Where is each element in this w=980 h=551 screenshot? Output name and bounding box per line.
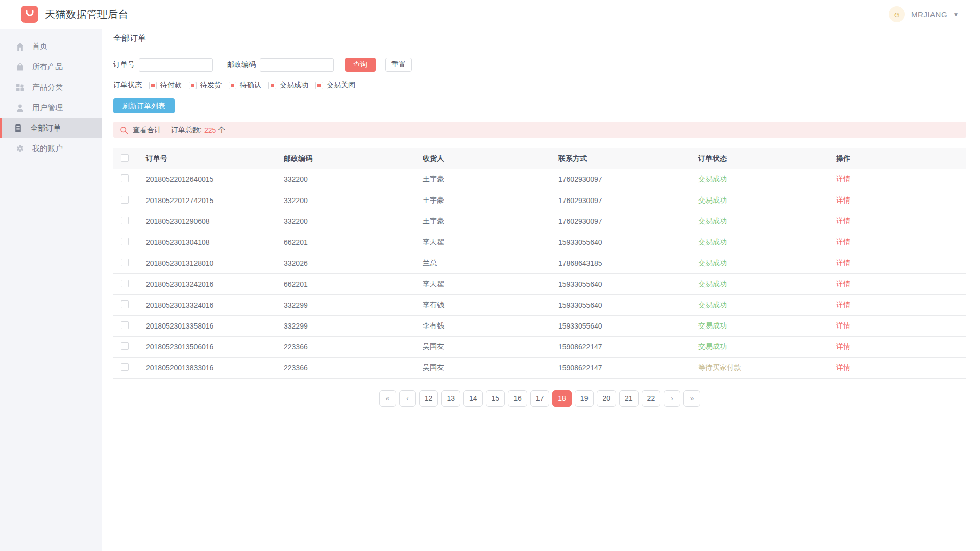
cell-receiver: 兰总 (423, 253, 558, 273)
search-button[interactable]: 查询 (345, 58, 376, 72)
pagination-page-button[interactable]: 12 (419, 390, 438, 407)
sidebar-item-all-products[interactable]: 所有产品 (0, 57, 102, 77)
detail-link[interactable]: 详情 (836, 259, 850, 267)
pagination-page-button[interactable]: 20 (597, 390, 616, 407)
detail-link[interactable]: 详情 (836, 280, 850, 288)
detail-link[interactable]: 详情 (836, 238, 850, 246)
status-filter-option[interactable]: 待确认 (229, 81, 261, 90)
cell-phone: 17868643185 (558, 253, 698, 273)
pagination-page-button[interactable]: 13 (441, 390, 460, 407)
cell-receiver: 李有钱 (423, 294, 558, 315)
select-all-checkbox[interactable] (121, 154, 129, 162)
order-status-badge: 交易成功 (698, 174, 727, 183)
row-checkbox[interactable] (121, 321, 129, 329)
order-summary-banner: 查看合计 订单总数: 225 个 (113, 122, 966, 138)
cell-postcode: 332026 (284, 253, 423, 273)
status-filter-option[interactable]: 待付款 (149, 81, 182, 90)
status-checkbox[interactable] (268, 82, 276, 89)
status-option-label: 交易成功 (280, 81, 308, 90)
row-checkbox[interactable] (121, 217, 129, 224)
detail-link[interactable]: 详情 (836, 174, 850, 183)
order-status-badge: 交易成功 (698, 300, 727, 309)
detail-link[interactable]: 详情 (836, 217, 850, 225)
pagination-nav-button[interactable]: › (664, 390, 680, 407)
row-checkbox[interactable] (121, 300, 129, 308)
order-status-badge: 交易成功 (698, 217, 727, 225)
row-checkbox[interactable] (121, 342, 129, 350)
sidebar-item-all-orders[interactable]: 全部订单 (0, 118, 102, 138)
cell-receiver: 吴国友 (423, 336, 558, 357)
cell-postcode: 332299 (284, 294, 423, 315)
cell-receiver: 王宇豪 (423, 190, 558, 211)
cell-order-no: 20180523013358016 (146, 315, 284, 336)
table-row: 20180523013358016 332299 李有钱 15933055640… (113, 315, 966, 336)
status-filter-option[interactable]: 待发货 (189, 81, 222, 90)
status-checkbox[interactable] (315, 82, 323, 89)
cell-order-no: 20180520013833016 (146, 357, 284, 378)
cell-order-no: 20180523013506016 (146, 336, 284, 357)
row-checkbox[interactable] (121, 238, 129, 245)
icon-gear (16, 144, 24, 153)
pagination-page-button[interactable]: 18 (552, 390, 572, 407)
order-count-unit: 个 (218, 126, 225, 135)
pagination-page-button[interactable]: 19 (575, 390, 594, 407)
order-count-value: 225 (204, 126, 216, 134)
user-menu[interactable]: ☺ MRJIANG ▼ (889, 6, 959, 22)
sidebar-item-product-categories[interactable]: 产品分类 (0, 77, 102, 97)
app-title: 天猫数据管理后台 (45, 8, 129, 21)
icon-orders (14, 124, 22, 133)
cell-phone: 15933055640 (558, 315, 698, 336)
detail-link[interactable]: 详情 (836, 300, 850, 309)
column-header: 联系方式 (558, 148, 698, 169)
pagination-page-button[interactable]: 14 (463, 390, 483, 407)
pagination-nav-button[interactable]: » (683, 390, 700, 407)
postcode-label: 邮政编码 (227, 60, 256, 69)
pagination-nav-button[interactable]: « (379, 390, 396, 407)
cell-phone: 15908622147 (558, 357, 698, 378)
view-total-label: 查看合计 (133, 126, 161, 135)
order-count-label: 订单总数: (171, 126, 202, 135)
order-status-badge: 等待买家付款 (698, 363, 741, 371)
pagination-page-button[interactable]: 17 (530, 390, 550, 407)
cell-receiver: 李天瞿 (423, 232, 558, 253)
cell-postcode: 332200 (284, 169, 423, 190)
table-row: 20180523013324016 332299 李有钱 15933055640… (113, 294, 966, 315)
refresh-orders-button[interactable]: 刷新订单列表 (113, 98, 175, 113)
row-checkbox[interactable] (121, 280, 129, 287)
table-body: 20180522012640015 332200 王宇豪 17602930097… (113, 169, 966, 378)
status-option-label: 待发货 (200, 81, 222, 90)
pagination-page-button[interactable]: 22 (642, 390, 661, 407)
status-checkbox[interactable] (189, 82, 197, 89)
sidebar-item-user-management[interactable]: 用户管理 (0, 97, 102, 118)
cell-receiver: 李天瞿 (423, 273, 558, 294)
cell-phone: 15933055640 (558, 294, 698, 315)
detail-link[interactable]: 详情 (836, 196, 850, 204)
status-checkbox[interactable] (149, 82, 157, 89)
chevron-down-icon: ▼ (953, 12, 959, 17)
row-checkbox[interactable] (121, 174, 129, 182)
cell-order-no: 20180523013128010 (146, 253, 284, 273)
detail-link[interactable]: 详情 (836, 342, 850, 350)
sidebar-item-label: 我的账户 (32, 144, 63, 154)
status-filter-option[interactable]: 交易关闭 (315, 81, 355, 90)
order-no-input[interactable] (139, 58, 213, 72)
detail-link[interactable]: 详情 (836, 321, 850, 330)
status-option-label: 待付款 (160, 81, 182, 90)
pagination-page-button[interactable]: 21 (619, 390, 639, 407)
row-checkbox[interactable] (121, 363, 129, 371)
icon-grid (16, 83, 24, 92)
reset-button[interactable]: 重置 (385, 58, 412, 72)
sidebar-item-home[interactable]: 首页 (0, 36, 102, 57)
status-checkbox[interactable] (229, 82, 236, 89)
postcode-input[interactable] (260, 58, 334, 72)
cell-receiver: 王宇豪 (423, 169, 558, 190)
pagination-nav-button[interactable]: ‹ (399, 390, 416, 407)
sidebar-item-label: 全部订单 (30, 123, 61, 133)
pagination-page-button[interactable]: 15 (486, 390, 505, 407)
detail-link[interactable]: 详情 (836, 363, 850, 371)
row-checkbox[interactable] (121, 259, 129, 266)
status-filter-option[interactable]: 交易成功 (268, 81, 308, 90)
sidebar-item-my-account[interactable]: 我的账户 (0, 138, 102, 159)
row-checkbox[interactable] (121, 196, 129, 204)
pagination-page-button[interactable]: 16 (508, 390, 527, 407)
